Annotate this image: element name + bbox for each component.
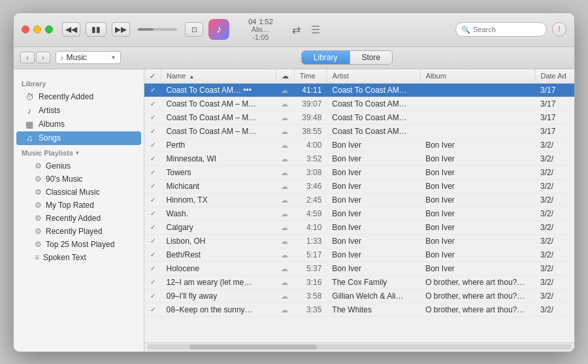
- volume-slider[interactable]: [138, 28, 177, 31]
- alert-button[interactable]: !: [552, 22, 566, 37]
- row-time: 3:52: [294, 152, 327, 165]
- table-row[interactable]: ✓09–I'll fly away☁3:58Gillian Welch & Al…: [144, 289, 574, 303]
- search-box[interactable]: 🔍: [455, 22, 547, 37]
- row-check[interactable]: ✓: [144, 207, 161, 220]
- row-time: 4:10: [294, 220, 327, 234]
- table-row[interactable]: ✓Towers☁3:08Bon IverBon Iver3/2/: [144, 165, 574, 179]
- table-row[interactable]: ✓Coast To Coast AM – M…☁39:48Coast To Co…: [144, 110, 574, 124]
- sidebar-item-recently-played[interactable]: ⚙ Recently Played: [16, 225, 141, 238]
- col-time[interactable]: Time: [294, 69, 327, 84]
- playlists-header[interactable]: Music Playlists ▾: [14, 145, 144, 159]
- sidebar-90s-label: 90's Music: [46, 174, 82, 184]
- song-table-container[interactable]: ✓ Name ▲ ☁ Time Artist Album Date Ad: [144, 69, 574, 342]
- row-check[interactable]: ✓: [144, 234, 161, 248]
- table-row[interactable]: ✓Lisbon, OH☁1:33Bon IverBon Iver3/2/: [144, 234, 574, 248]
- store-tab[interactable]: Store: [350, 51, 393, 64]
- sidebar-classical-label: Classical Music: [46, 188, 100, 197]
- row-date: 3/2/: [535, 165, 574, 179]
- table-row[interactable]: ✓Michicant☁3:46Bon IverBon Iver3/2/: [144, 179, 574, 193]
- col-album[interactable]: Album: [420, 69, 535, 84]
- row-check[interactable]: ✓: [144, 289, 161, 303]
- search-input[interactable]: [473, 25, 541, 33]
- row-time: 4:59: [294, 207, 327, 220]
- row-cloud: ☁: [276, 152, 294, 165]
- row-cloud: ☁: [276, 165, 294, 179]
- sidebar-item-classical[interactable]: ⚙ Classical Music: [16, 186, 141, 199]
- col-date[interactable]: Date Ad: [535, 69, 574, 84]
- shuffle-icon: ⇄: [292, 24, 301, 35]
- sidebar-item-genius[interactable]: ⚙ Genius: [16, 159, 141, 173]
- genius-icon: ⚙: [35, 161, 42, 171]
- row-check[interactable]: ✓: [144, 97, 161, 110]
- row-check[interactable]: ✓: [144, 193, 161, 207]
- play-pause-button[interactable]: ▮▮: [86, 22, 106, 37]
- sidebar-recently-played-label: Recently Played: [46, 227, 103, 236]
- table-row[interactable]: ✓Minnesota, WI☁3:52Bon IverBon Iver3/2/: [144, 152, 574, 165]
- fast-forward-button[interactable]: ▶▶: [112, 22, 130, 37]
- sidebar-item-recently-added[interactable]: ⏱ Recently Added: [16, 90, 141, 104]
- table-row[interactable]: ✓Beth/Rest☁5:17Bon IverBon Iver3/2/: [144, 248, 574, 261]
- row-cloud: ☁: [276, 193, 294, 207]
- table-row[interactable]: ✓Perth☁4:00Bon IverBon Iver3/2/: [144, 138, 574, 152]
- sidebar-item-artists[interactable]: ♪ Artists: [16, 104, 141, 118]
- library-tab[interactable]: Library: [302, 51, 350, 64]
- row-time: 3:08: [294, 165, 327, 179]
- table-row[interactable]: ✓12–I am weary (let me…☁3:16The Cox Fami…: [144, 275, 574, 289]
- row-check[interactable]: ✓: [144, 124, 161, 138]
- sidebar-top25-label: Top 25 Most Played: [46, 240, 114, 249]
- close-button[interactable]: [22, 25, 29, 33]
- list-view-button[interactable]: ☰: [311, 24, 320, 36]
- minimize-button[interactable]: [33, 25, 41, 33]
- table-row[interactable]: ✓Coast To Coast AM – M…☁39:07Coast To Co…: [144, 97, 574, 110]
- table-row[interactable]: ✓Calgary☁4:10Bon IverBon Iver3/2/: [144, 220, 574, 234]
- row-cloud: ☁: [276, 97, 294, 110]
- row-date: 3/2/: [535, 179, 574, 193]
- col-artist[interactable]: Artist: [327, 69, 420, 84]
- table-row[interactable]: ✓Wash.☁4:59Bon IverBon Iver3/2/: [144, 207, 574, 220]
- row-date: 3/2/: [535, 248, 574, 261]
- shuffle-button[interactable]: ⇄: [292, 24, 301, 36]
- row-check[interactable]: ✓: [144, 110, 161, 124]
- row-artist: The Whites: [327, 303, 420, 316]
- forward-button[interactable]: ›: [36, 52, 50, 63]
- airplay-button[interactable]: ⊡: [185, 22, 203, 37]
- sidebar-item-top25[interactable]: ⚙ Top 25 Most Played: [16, 238, 141, 251]
- row-name: Coast To Coast AM… •••: [161, 83, 276, 97]
- row-check[interactable]: ✓: [144, 261, 161, 275]
- col-name[interactable]: Name ▲: [161, 69, 276, 84]
- row-time: 5:37: [294, 261, 327, 275]
- row-artist: Bon Iver: [327, 220, 420, 234]
- row-check[interactable]: ✓: [144, 248, 161, 261]
- sidebar-item-spoken-text[interactable]: ≡ Spoken Text: [16, 251, 141, 264]
- row-name: Holocene: [161, 261, 276, 275]
- row-name: 08–Keep on the sunny…: [161, 303, 276, 316]
- table-row[interactable]: ✓08–Keep on the sunny…☁3:35The WhitesO b…: [144, 303, 574, 316]
- row-check[interactable]: ✓: [144, 303, 161, 316]
- sidebar-item-90s-music[interactable]: ⚙ 90's Music: [16, 173, 141, 186]
- row-time: 39:07: [294, 97, 327, 110]
- table-row[interactable]: ✓Holocene☁5:37Bon IverBon Iver3/2/: [144, 261, 574, 275]
- sidebar-item-songs[interactable]: ♫ Songs: [16, 131, 141, 145]
- sidebar-item-albums[interactable]: ▦ Albums: [16, 118, 141, 131]
- row-check[interactable]: ✓: [144, 165, 161, 179]
- titlebar: ◀◀ ▮▮ ▶▶ ⊡ ♪ 04 1:52 Alis… -1:05 ⇄ ☰: [14, 13, 574, 47]
- row-check[interactable]: ✓: [144, 179, 161, 193]
- row-check[interactable]: ✓: [144, 138, 161, 152]
- table-row[interactable]: ✓Hinnom, TX☁2:45Bon IverBon Iver3/2/: [144, 193, 574, 207]
- horizontal-scrollbar[interactable]: [147, 344, 572, 350]
- row-artist: Bon Iver: [327, 234, 420, 248]
- row-check[interactable]: ✓: [144, 220, 161, 234]
- location-bar[interactable]: ♪ Music ▼: [56, 51, 121, 64]
- table-row[interactable]: ✓Coast To Coast AM… •••☁41:11Coast To Co…: [144, 83, 574, 97]
- back-button[interactable]: ‹: [20, 52, 35, 63]
- row-album: Bon Iver: [420, 207, 535, 220]
- sidebar-item-recently-added-playlist[interactable]: ⚙ Recently Added: [16, 212, 141, 225]
- row-check[interactable]: ✓: [144, 83, 161, 97]
- rewind-button[interactable]: ◀◀: [62, 22, 80, 37]
- top-rated-icon: ⚙: [35, 201, 42, 210]
- row-check[interactable]: ✓: [144, 152, 161, 165]
- sidebar-item-top-rated[interactable]: ⚙ My Top Rated: [16, 199, 141, 212]
- maximize-button[interactable]: [45, 25, 53, 33]
- row-check[interactable]: ✓: [144, 275, 161, 289]
- table-row[interactable]: ✓Coast To Coast AM – M…☁38:55Coast To Co…: [144, 124, 574, 138]
